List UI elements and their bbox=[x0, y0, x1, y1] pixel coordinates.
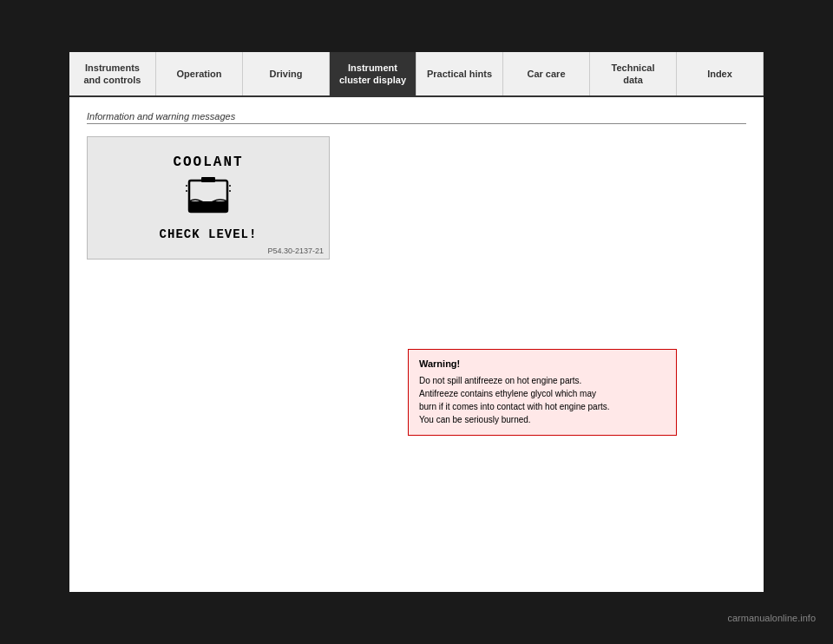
warning-box: Warning! Do not spill antifreeze on hot … bbox=[408, 349, 677, 436]
nav-item-instruments[interactable]: Instruments and controls bbox=[69, 52, 156, 95]
nav-item-driving[interactable]: Driving bbox=[243, 52, 330, 95]
nav-item-operation[interactable]: Operation bbox=[156, 52, 243, 95]
nav-item-instrument-cluster[interactable]: Instrument cluster display bbox=[330, 52, 416, 95]
main-area: Information and warning messages COOLANT bbox=[69, 97, 764, 531]
check-level-text: CHECK LEVEL! bbox=[114, 227, 303, 241]
warning-title: Warning! bbox=[419, 358, 666, 369]
warning-text: Do not spill antifreeze on hot engine pa… bbox=[419, 374, 666, 426]
nav-item-practical-hints[interactable]: Practical hints bbox=[416, 52, 503, 95]
nav-bar: Instruments and controls Operation Drivi… bbox=[69, 52, 764, 97]
watermark-text: carmanualonline.info bbox=[727, 613, 816, 623]
page-content: Instruments and controls Operation Drivi… bbox=[69, 52, 764, 592]
coolant-text: COOLANT bbox=[114, 154, 303, 170]
nav-item-car-care[interactable]: Car care bbox=[503, 52, 590, 95]
section-title: Information and warning messages bbox=[87, 111, 746, 124]
footer-bar: carmanualonline.info bbox=[0, 592, 833, 644]
svg-rect-2 bbox=[201, 177, 215, 182]
coolant-icon bbox=[182, 177, 234, 220]
image-reference: P54.30-2137-21 bbox=[267, 246, 324, 255]
nav-item-technical-data[interactable]: Technical data bbox=[590, 52, 677, 95]
coolant-display-image: COOLANT CH bbox=[87, 136, 330, 260]
nav-item-index[interactable]: Index bbox=[677, 52, 764, 95]
